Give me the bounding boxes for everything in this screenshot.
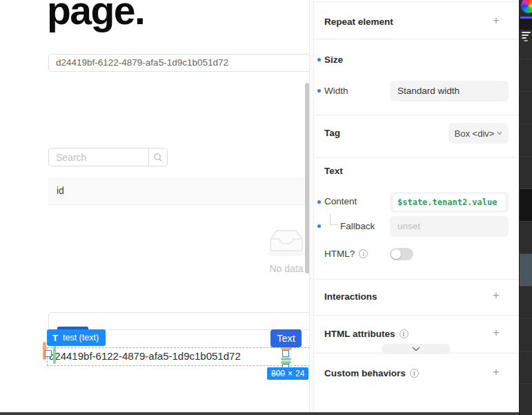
content-label: Content: [324, 196, 357, 206]
size-times: ×: [288, 369, 293, 378]
search-button[interactable]: [148, 148, 168, 166]
text-element-icon: T: [52, 333, 58, 343]
tag-select[interactable]: Box <div>: [449, 123, 509, 144]
fallback-value-field[interactable]: unset: [390, 216, 509, 237]
padding-handle-top[interactable]: [281, 358, 291, 360]
resize-handle-left[interactable]: [45, 350, 52, 357]
section-size: Size: [324, 55, 343, 65]
column-header-id: id: [57, 185, 64, 196]
add-repeat-element-button[interactable]: +: [491, 15, 502, 26]
info-icon: i: [400, 329, 408, 338]
bottom-bar: [0, 412, 519, 415]
section-interactions: Interactions: [324, 291, 377, 302]
canvas-area[interactable]: page. d24419bf-6122-4879-afa5-1d9c1b051d…: [0, 0, 310, 412]
section-html-attributes: HTML attributesi: [324, 329, 408, 339]
html-toggle[interactable]: [390, 248, 413, 260]
selection-label-text: test (text): [63, 333, 99, 342]
fallback-modified-dot: [317, 224, 321, 228]
chevron-down-icon: [497, 131, 502, 135]
canvas-scrollbar[interactable]: [305, 83, 310, 273]
dock-item-active[interactable]: [520, 253, 532, 286]
selected-text[interactable]: d24419bf-6122-4879-afa5-1d9c1b051d72: [49, 350, 241, 362]
right-dock: [519, 0, 532, 415]
content-value-field[interactable]: $state.tenant2.value: [390, 192, 509, 213]
section-custom-behaviors: Custom behaviorsi: [324, 368, 419, 378]
toggle-knob: [391, 249, 401, 259]
resize-handle-top[interactable]: [282, 350, 289, 357]
insert-text-badge[interactable]: Text: [270, 329, 302, 347]
add-custom-behavior-button[interactable]: +: [491, 367, 502, 378]
padding-handle-left[interactable]: [53, 345, 56, 364]
fallback-label: Fallback: [340, 221, 375, 231]
width-label: Width: [324, 86, 348, 96]
width-value-field[interactable]: Standard width: [390, 81, 509, 102]
add-interaction-button[interactable]: +: [491, 290, 502, 301]
colorful-app-icon[interactable]: [521, 0, 532, 13]
search-icon: [153, 153, 163, 162]
add-html-attribute-button[interactable]: +: [491, 327, 502, 338]
html-toggle-label: HTML?i: [324, 249, 368, 259]
selection-label[interactable]: T test (text): [47, 329, 106, 346]
size-modified-dot: [317, 58, 321, 61]
size-width-value: 800: [271, 369, 285, 378]
empty-state-text: No data: [264, 263, 308, 274]
tag-select-value: Box <div>: [455, 128, 495, 139]
content-modified-dot: [317, 200, 321, 204]
content-code-binding: $state.tenant2.value: [393, 194, 505, 211]
size-indicator: 800 × 24: [267, 367, 308, 380]
info-icon: i: [410, 369, 419, 378]
app-window: page. d24419bf-6122-4879-afa5-1d9c1b051d…: [0, 0, 532, 415]
info-icon: i: [359, 249, 368, 258]
table-header-row[interactable]: id: [48, 177, 310, 205]
expand-panel-button[interactable]: [382, 344, 451, 354]
width-modified-dot: [317, 89, 321, 93]
uuid-text-box[interactable]: d24419bf-6122-4879-afa5-1d9c1b051d72: [48, 54, 310, 72]
search-input[interactable]: [48, 148, 149, 166]
empty-inbox-icon: [265, 247, 308, 259]
section-text: Text: [324, 166, 343, 176]
chevron-down-icon: [412, 347, 420, 351]
section-repeat-element: Repeat element: [324, 17, 393, 27]
empty-state: No data: [264, 228, 308, 274]
size-height-value: 24: [295, 369, 304, 378]
dock-item[interactable]: [520, 189, 532, 221]
page-title: page.: [47, 0, 144, 33]
fallback-tree-line: [330, 214, 337, 225]
settings-panel: Repeat element + Size Width Standard wid…: [314, 0, 519, 412]
tag-label: Tag: [324, 128, 340, 138]
